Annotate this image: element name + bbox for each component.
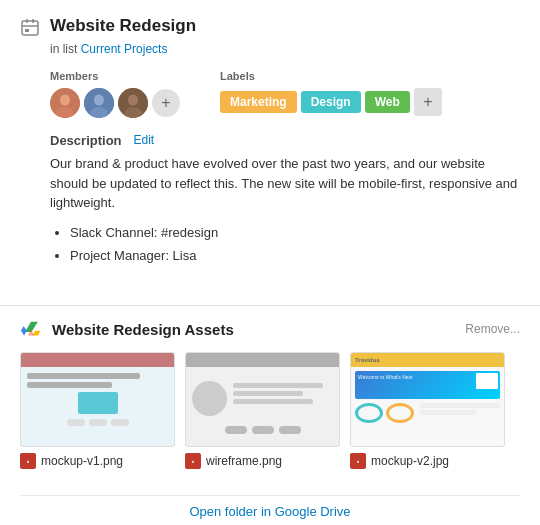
add-member-button[interactable]: + bbox=[152, 89, 180, 117]
list-item: Slack Channel: #redesign bbox=[70, 221, 520, 244]
card-icon bbox=[20, 18, 40, 38]
card-title: Website Redesign bbox=[50, 16, 196, 36]
file-type-icon: ▪ bbox=[185, 453, 201, 469]
attachment-title: Website Redesign Assets bbox=[52, 321, 234, 338]
svg-rect-1 bbox=[26, 19, 28, 23]
avatar[interactable] bbox=[118, 88, 148, 118]
file-type-icon: ▪ bbox=[350, 453, 366, 469]
description-list: Slack Channel: #redesign Project Manager… bbox=[50, 221, 520, 268]
list-item: Project Manager: Lisa bbox=[70, 244, 520, 267]
svg-point-12 bbox=[128, 95, 138, 106]
file-type-icon: ▪ bbox=[20, 453, 36, 469]
label-marketing[interactable]: Marketing bbox=[220, 91, 297, 113]
members-label: Members bbox=[50, 70, 180, 82]
svg-rect-2 bbox=[32, 19, 34, 23]
svg-rect-4 bbox=[25, 29, 29, 32]
avatar-img-3 bbox=[118, 88, 148, 118]
file-name: mockup-v2.jpg bbox=[371, 454, 449, 468]
members-section: Members bbox=[50, 70, 180, 118]
file-card[interactable]: ▪ wireframe.png bbox=[185, 352, 340, 469]
description-label: Description bbox=[50, 133, 122, 148]
svg-point-9 bbox=[94, 95, 104, 106]
avatar-img-2 bbox=[84, 88, 114, 118]
add-label-button[interactable]: + bbox=[414, 88, 442, 116]
open-folder-row: Open folder in Google Drive bbox=[20, 495, 520, 523]
members-list: + bbox=[50, 88, 180, 118]
file-thumbnail-2 bbox=[185, 352, 340, 447]
avatar[interactable] bbox=[84, 88, 114, 118]
attachment-section: Website Redesign Assets Remove... bbox=[0, 318, 540, 495]
file-thumbnail-3: Travidua Welcome to What's Next bbox=[350, 352, 505, 447]
label-web[interactable]: Web bbox=[365, 91, 410, 113]
card-list-ref: in list Current Projects bbox=[50, 42, 520, 56]
file-thumbnails: ▪ mockup-v1.png bbox=[20, 352, 520, 469]
labels-list: Marketing Design Web + bbox=[220, 88, 442, 116]
label-design[interactable]: Design bbox=[301, 91, 361, 113]
description-text: Our brand & product have evolved over th… bbox=[50, 154, 520, 213]
file-card[interactable]: Travidua Welcome to What's Next bbox=[350, 352, 505, 469]
file-card[interactable]: ▪ mockup-v1.png bbox=[20, 352, 175, 469]
edit-description-button[interactable]: Edit bbox=[130, 132, 159, 148]
google-drive-icon bbox=[20, 318, 42, 340]
labels-section: Labels Marketing Design Web + bbox=[220, 70, 442, 116]
avatar-img-1 bbox=[50, 88, 80, 118]
list-link[interactable]: Current Projects bbox=[81, 42, 168, 56]
labels-label: Labels bbox=[220, 70, 442, 82]
file-thumbnail-1 bbox=[20, 352, 175, 447]
description-section: Description Edit Our brand & product hav… bbox=[50, 132, 520, 267]
avatar[interactable] bbox=[50, 88, 80, 118]
file-name: mockup-v1.png bbox=[41, 454, 123, 468]
remove-attachment-button[interactable]: Remove... bbox=[465, 322, 520, 336]
svg-rect-0 bbox=[22, 21, 38, 35]
open-folder-button[interactable]: Open folder in Google Drive bbox=[189, 504, 350, 519]
list-prefix: in list bbox=[50, 42, 77, 56]
svg-point-6 bbox=[60, 95, 70, 106]
file-name: wireframe.png bbox=[206, 454, 282, 468]
